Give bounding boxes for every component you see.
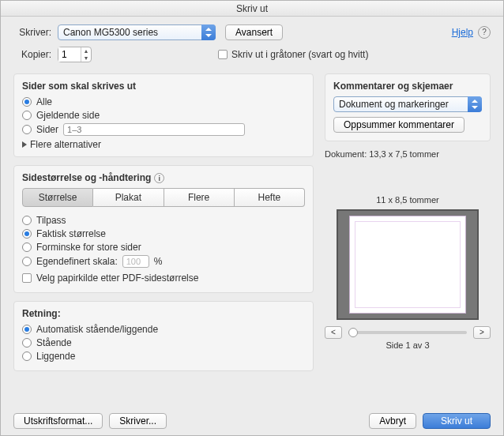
copies-label: Kopier:: [13, 49, 51, 60]
sizing-title: Sidestørrelse og -håndtering: [22, 172, 151, 183]
page-counter: Side 1 av 3: [325, 340, 491, 350]
copies-stepper[interactable]: ▲▼: [58, 47, 92, 62]
radio-landscape[interactable]: [22, 351, 32, 361]
tab-poster[interactable]: Plakat: [93, 188, 164, 207]
pages-range-input[interactable]: [63, 123, 245, 136]
radio-actual-label: Faktisk størrelse: [36, 228, 106, 239]
pages-group: Sider som skal skrives ut Alle Gjeldende…: [13, 73, 314, 157]
paper-dimensions: 11 x 8,5 tommer: [325, 195, 491, 205]
comments-group: Kommentarer og skjemaer Dokument og mark…: [325, 73, 491, 141]
help-link[interactable]: Hjelp: [452, 27, 473, 38]
preview-paper: [349, 216, 466, 314]
radio-current[interactable]: [22, 111, 32, 120]
cancel-button[interactable]: Avbryt: [369, 413, 416, 429]
slider-thumb[interactable]: [348, 328, 358, 337]
tab-booklet[interactable]: Hefte: [235, 188, 305, 207]
preview-slider[interactable]: [348, 331, 467, 334]
orientation-group: Retning: Automatisk stående/liggende Stå…: [13, 301, 314, 371]
printer-select[interactable]: Canon MG5300 series: [58, 24, 216, 40]
tab-multiple[interactable]: Flere: [164, 188, 235, 207]
comments-title: Kommentarer og skjemaer: [333, 81, 482, 92]
page-setup-button[interactable]: Utskriftsformat...: [13, 413, 103, 429]
print-button[interactable]: Skriv ut: [423, 413, 491, 429]
radio-pages[interactable]: [22, 125, 32, 134]
comments-select[interactable]: Dokument og markeringer: [333, 96, 482, 112]
tab-size[interactable]: Størrelse: [22, 188, 93, 207]
paper-source-label: Velg papirkilde etter PDF-sidestørrelse: [36, 272, 198, 284]
grayscale-label: Skriv ut i gråtoner (svart og hvitt): [231, 49, 368, 60]
sizing-group: Sidestørrelse og -håndtering i Størrelse…: [13, 165, 314, 293]
more-options-toggle[interactable]: Flere alternativer: [22, 139, 305, 150]
pct-label: %: [154, 256, 163, 267]
radio-fit[interactable]: [22, 216, 32, 225]
custom-scale-label: Egendefinert skala:: [36, 256, 118, 267]
radio-actual[interactable]: [22, 229, 32, 239]
sizing-tabs: Størrelse Plakat Flere Hefte: [22, 188, 305, 207]
printer-settings-button[interactable]: Skriver...: [109, 413, 167, 429]
window-title: Skriv ut: [1, 1, 503, 17]
radio-fit-label: Tilpass: [36, 215, 66, 226]
radio-all-label: Alle: [36, 96, 52, 107]
grayscale-checkbox[interactable]: [218, 50, 228, 59]
preview-prev-button[interactable]: <: [325, 326, 342, 339]
preview-next-button[interactable]: >: [473, 326, 491, 339]
radio-shrink-label: Forminske for store sider: [36, 242, 141, 253]
printer-label: Skriver:: [13, 27, 51, 38]
radio-current-label: Gjeldende side: [36, 110, 100, 121]
pages-title: Sider som skal skrives ut: [22, 81, 305, 92]
radio-pages-label: Sider: [36, 124, 58, 135]
advanced-button[interactable]: Avansert: [225, 24, 283, 40]
copies-input[interactable]: [58, 47, 81, 62]
summarize-comments-button[interactable]: Oppsummer kommentarer: [333, 117, 465, 133]
printer-select-value: Canon MG5300 series: [58, 24, 216, 40]
more-options-label: Flere alternativer: [30, 139, 101, 150]
stepper-buttons[interactable]: ▲▼: [81, 47, 91, 62]
radio-portrait-label: Stående: [36, 337, 72, 348]
radio-auto-orient-label: Automatisk stående/liggende: [36, 324, 158, 335]
radio-portrait[interactable]: [22, 338, 32, 348]
custom-scale-input[interactable]: [122, 255, 149, 268]
orientation-title: Retning:: [22, 308, 305, 319]
help-icon[interactable]: ?: [478, 26, 491, 39]
radio-landscape-label: Liggende: [36, 351, 75, 362]
page-preview: [337, 209, 479, 320]
radio-custom-scale[interactable]: [22, 257, 32, 266]
radio-all[interactable]: [22, 97, 32, 107]
comments-select-value: Dokument og markeringer: [333, 96, 482, 112]
document-dimensions: Dokument: 13,3 x 7,5 tommer: [325, 149, 491, 159]
disclosure-triangle-icon: [22, 141, 27, 148]
radio-shrink[interactable]: [22, 242, 32, 252]
radio-auto-orient[interactable]: [22, 325, 32, 334]
paper-source-checkbox[interactable]: [22, 273, 32, 283]
info-icon[interactable]: i: [154, 173, 164, 183]
